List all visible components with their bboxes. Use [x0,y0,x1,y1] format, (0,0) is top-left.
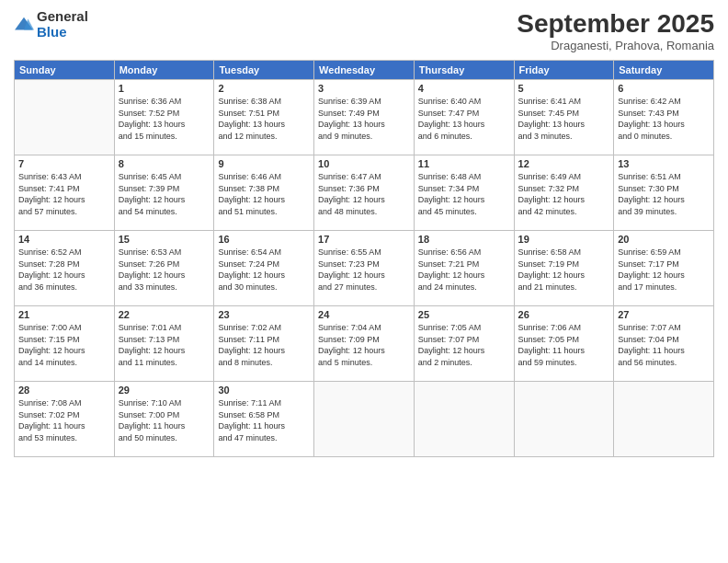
day-number: 16 [218,234,310,245]
day-number: 14 [18,234,110,245]
calendar-cell: 30Sunrise: 7:11 AM Sunset: 6:58 PM Dayli… [214,382,314,457]
day-info: Sunrise: 6:46 AM Sunset: 7:38 PM Dayligh… [218,171,310,217]
day-number: 1 [119,83,210,94]
day-number: 23 [218,309,310,320]
logo-blue: Blue [37,25,88,40]
day-info: Sunrise: 6:43 AM Sunset: 7:41 PM Dayligh… [18,171,110,217]
day-number: 30 [218,385,310,396]
calendar-cell: 10Sunrise: 6:47 AM Sunset: 7:36 PM Dayli… [314,155,415,231]
calendar-cell: 28Sunrise: 7:08 AM Sunset: 7:02 PM Dayli… [15,382,115,457]
calendar-cell [314,382,415,457]
day-info: Sunrise: 6:55 AM Sunset: 7:23 PM Dayligh… [318,247,410,293]
day-info: Sunrise: 6:48 AM Sunset: 7:34 PM Dayligh… [418,171,510,217]
calendar-cell: 17Sunrise: 6:55 AM Sunset: 7:23 PM Dayli… [314,231,415,306]
calendar-cell: 23Sunrise: 7:02 AM Sunset: 7:11 PM Dayli… [214,306,314,382]
day-number: 29 [119,385,210,396]
day-number: 10 [318,158,410,169]
calendar-cell: 6Sunrise: 6:42 AM Sunset: 7:43 PM Daylig… [614,80,714,155]
calendar-cell: 20Sunrise: 6:59 AM Sunset: 7:17 PM Dayli… [614,231,714,306]
day-number: 22 [119,309,210,320]
day-info: Sunrise: 6:42 AM Sunset: 7:43 PM Dayligh… [618,96,710,142]
logo-general: General [37,9,88,25]
logo-icon [14,15,34,35]
day-info: Sunrise: 6:36 AM Sunset: 7:52 PM Dayligh… [119,96,210,142]
day-number: 15 [119,234,210,245]
day-number: 17 [318,234,410,245]
day-number: 9 [218,158,310,169]
header-tuesday: Tuesday [214,61,314,80]
header-sunday: Sunday [15,61,115,80]
day-info: Sunrise: 6:58 AM Sunset: 7:19 PM Dayligh… [518,247,610,293]
header-monday: Monday [114,61,214,80]
day-number: 26 [518,309,610,320]
calendar-cell: 8Sunrise: 6:45 AM Sunset: 7:39 PM Daylig… [114,155,214,231]
day-number: 13 [618,158,710,169]
day-info: Sunrise: 7:05 AM Sunset: 7:07 PM Dayligh… [418,322,510,368]
day-number: 28 [18,385,110,396]
location: Draganesti, Prahova, Romania [517,39,714,52]
calendar-cell: 5Sunrise: 6:41 AM Sunset: 7:45 PM Daylig… [514,80,614,155]
weekday-header-row: Sunday Monday Tuesday Wednesday Thursday… [15,61,714,80]
month-title: September 2025 [517,9,714,39]
day-info: Sunrise: 6:40 AM Sunset: 7:47 PM Dayligh… [418,96,510,142]
day-info: Sunrise: 7:08 AM Sunset: 7:02 PM Dayligh… [18,397,110,443]
calendar-cell: 11Sunrise: 6:48 AM Sunset: 7:34 PM Dayli… [414,155,514,231]
day-number: 20 [618,234,710,245]
calendar-cell: 1Sunrise: 6:36 AM Sunset: 7:52 PM Daylig… [114,80,214,155]
day-number: 25 [418,309,510,320]
calendar-cell: 26Sunrise: 7:06 AM Sunset: 7:05 PM Dayli… [514,306,614,382]
day-number: 12 [518,158,610,169]
calendar-cell [414,382,514,457]
logo-text: General Blue [37,9,88,40]
calendar: Sunday Monday Tuesday Wednesday Thursday… [14,60,714,457]
day-info: Sunrise: 7:04 AM Sunset: 7:09 PM Dayligh… [318,322,410,368]
day-number: 6 [618,83,710,94]
day-info: Sunrise: 7:01 AM Sunset: 7:13 PM Dayligh… [119,322,210,368]
calendar-cell: 19Sunrise: 6:58 AM Sunset: 7:19 PM Dayli… [514,231,614,306]
day-number: 7 [18,158,110,169]
calendar-row-2: 7Sunrise: 6:43 AM Sunset: 7:41 PM Daylig… [15,155,714,231]
calendar-cell: 27Sunrise: 7:07 AM Sunset: 7:04 PM Dayli… [614,306,714,382]
calendar-cell: 7Sunrise: 6:43 AM Sunset: 7:41 PM Daylig… [15,155,115,231]
day-info: Sunrise: 6:39 AM Sunset: 7:49 PM Dayligh… [318,96,410,142]
day-info: Sunrise: 7:07 AM Sunset: 7:04 PM Dayligh… [618,322,710,368]
day-info: Sunrise: 6:56 AM Sunset: 7:21 PM Dayligh… [418,247,510,293]
day-info: Sunrise: 6:52 AM Sunset: 7:28 PM Dayligh… [18,247,110,293]
day-info: Sunrise: 6:53 AM Sunset: 7:26 PM Dayligh… [119,247,210,293]
day-number: 3 [318,83,410,94]
day-number: 11 [418,158,510,169]
calendar-cell: 9Sunrise: 6:46 AM Sunset: 7:38 PM Daylig… [214,155,314,231]
calendar-cell: 15Sunrise: 6:53 AM Sunset: 7:26 PM Dayli… [114,231,214,306]
day-info: Sunrise: 7:00 AM Sunset: 7:15 PM Dayligh… [18,322,110,368]
calendar-cell: 22Sunrise: 7:01 AM Sunset: 7:13 PM Dayli… [114,306,214,382]
day-number: 8 [119,158,210,169]
day-info: Sunrise: 6:59 AM Sunset: 7:17 PM Dayligh… [618,247,710,293]
calendar-cell: 2Sunrise: 6:38 AM Sunset: 7:51 PM Daylig… [214,80,314,155]
day-info: Sunrise: 7:10 AM Sunset: 7:00 PM Dayligh… [119,397,210,443]
header-thursday: Thursday [414,61,514,80]
day-info: Sunrise: 6:47 AM Sunset: 7:36 PM Dayligh… [318,171,410,217]
day-info: Sunrise: 7:02 AM Sunset: 7:11 PM Dayligh… [218,322,310,368]
calendar-cell [614,382,714,457]
day-number: 27 [618,309,710,320]
header-wednesday: Wednesday [314,61,415,80]
calendar-row-3: 14Sunrise: 6:52 AM Sunset: 7:28 PM Dayli… [15,231,714,306]
day-number: 24 [318,309,410,320]
day-info: Sunrise: 6:38 AM Sunset: 7:51 PM Dayligh… [218,96,310,142]
calendar-row-1: 1Sunrise: 6:36 AM Sunset: 7:52 PM Daylig… [15,80,714,155]
day-number: 2 [218,83,310,94]
day-info: Sunrise: 6:45 AM Sunset: 7:39 PM Dayligh… [119,171,210,217]
calendar-cell: 12Sunrise: 6:49 AM Sunset: 7:32 PM Dayli… [514,155,614,231]
day-info: Sunrise: 6:49 AM Sunset: 7:32 PM Dayligh… [518,171,610,217]
calendar-cell: 25Sunrise: 7:05 AM Sunset: 7:07 PM Dayli… [414,306,514,382]
header-friday: Friday [514,61,614,80]
calendar-cell [514,382,614,457]
day-info: Sunrise: 7:06 AM Sunset: 7:05 PM Dayligh… [518,322,610,368]
day-number: 4 [418,83,510,94]
calendar-row-5: 28Sunrise: 7:08 AM Sunset: 7:02 PM Dayli… [15,382,714,457]
day-info: Sunrise: 6:54 AM Sunset: 7:24 PM Dayligh… [218,247,310,293]
calendar-cell: 14Sunrise: 6:52 AM Sunset: 7:28 PM Dayli… [15,231,115,306]
calendar-cell: 29Sunrise: 7:10 AM Sunset: 7:00 PM Dayli… [114,382,214,457]
calendar-cell: 16Sunrise: 6:54 AM Sunset: 7:24 PM Dayli… [214,231,314,306]
header: General Blue September 2025 Draganesti, … [14,9,714,52]
